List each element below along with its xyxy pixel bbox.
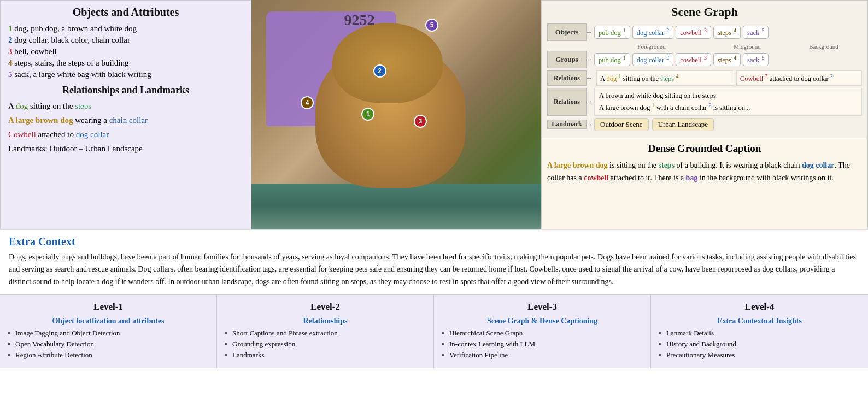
level-1-subtitle: Object locatlization and attributes xyxy=(8,317,209,326)
sg-groups-label: Groups xyxy=(547,51,587,68)
sg-dog-ref: dog xyxy=(606,75,617,82)
sg-landmark-label: Landmark xyxy=(547,120,587,129)
sg-relations2-label: Relations xyxy=(547,88,587,116)
level-4-item-2: History and Background xyxy=(659,340,860,349)
rel-landmark: Landmarks: Outdoor – Urban Landscape xyxy=(8,143,243,155)
sg-tag-cowbell: cowbell 3 xyxy=(676,26,711,39)
sg-group-pubdog: pub dog 1 xyxy=(594,53,630,66)
sg-relations2-row: Relations A brown and white dog sitting … xyxy=(547,88,862,116)
level-4-subtitle: Extra Contextual Insights xyxy=(659,317,860,326)
image-text: 9252 xyxy=(344,11,375,29)
relationships-title: Relationships and Landmarks xyxy=(8,85,243,96)
objects-list: 1 dog, pub dog, a brown and white dog 2 … xyxy=(8,24,243,79)
rel-collar-2: chain collar xyxy=(109,116,148,125)
sg-group-sack: sack 5 xyxy=(743,53,769,66)
sg-objects-row: Objects pub dog 1 dog collar 2 cowbell 3… xyxy=(547,23,862,41)
level-1-item-1: Image Tagging and Object Detection xyxy=(8,329,209,338)
object-item-3: 3 bell, cowbell xyxy=(8,47,243,56)
sg-cowbell-ref: Cowbell xyxy=(740,75,763,82)
sg-relation1-text2: Cowbell 3 attached to dog collar 2 xyxy=(736,70,862,86)
sg-group-dogcollar: dog collar 2 xyxy=(632,53,673,66)
extra-context-section: Extra Context Dogs, especially pugs and … xyxy=(0,229,868,294)
sg-groups-section: Foreground Midground Background Groups p… xyxy=(547,43,862,68)
level-1-title: Level-1 xyxy=(8,302,209,312)
level-2-item-3: Landmarks xyxy=(225,351,426,359)
level-2-items: Short Captions and Phrase extraction Gro… xyxy=(225,329,426,359)
sg-relations1-content: A dog 1 sitting on the steps 4 Cowbell 3… xyxy=(596,70,862,86)
level-3-item-1: Hierarchical Scene Graph xyxy=(442,329,643,338)
dense-caption-section: Dense Grounded Caption A large brown dog… xyxy=(542,138,867,229)
object-num-5: 5 xyxy=(8,70,13,79)
level-4-item-1: Lanmark Details xyxy=(659,329,860,338)
object-text-3: bell, cowbell xyxy=(14,47,56,56)
sg-landmark-outdoor: Outdoor Scene xyxy=(594,118,649,131)
scene-graph-section: Scene Graph Objects pub dog 1 dog collar… xyxy=(542,1,867,138)
badge-5: 5 xyxy=(425,19,438,32)
sg-group-cowbell: cowbell 3 xyxy=(676,53,711,66)
rel-item-2: A large brown dog wearing a chain collar xyxy=(8,115,243,126)
sg-header-midground: Midground xyxy=(709,43,785,50)
rel-collar-3: dog collar xyxy=(76,130,109,139)
level-4-item-3: Precautionary Measures xyxy=(659,351,860,359)
level-3-items: Hierarchical Scene Graph In-contex Learn… xyxy=(442,329,643,359)
object-item-5: 5 sack, a large white bag with black wri… xyxy=(8,70,243,79)
object-num-2: 2 xyxy=(8,36,13,44)
level-2-item-1: Short Captions and Phrase extraction xyxy=(225,329,426,338)
sg-objects-content: pub dog 1 dog collar 2 cowbell 3 steps 4… xyxy=(594,23,862,41)
relationships-list: A dog sitting on the steps A large brown… xyxy=(8,101,243,155)
extra-context-title: Extra Context xyxy=(9,235,859,248)
sg-landmark-urban: Urban Landscape xyxy=(652,118,714,131)
rel-item-3: Cowbell attached to dog collar xyxy=(8,129,243,140)
sg-groups-headers: Foreground Midground Background xyxy=(594,43,862,50)
sg-header-background: Background xyxy=(785,43,862,50)
dc-cowbell: cowbell xyxy=(584,174,608,182)
sg-tag-pubdog: pub dog 1 xyxy=(594,26,630,39)
sg-group-steps: steps 4 xyxy=(713,53,741,66)
level-3-col: Level-3 Scene Graph & Dense Captioning H… xyxy=(434,295,651,368)
object-num-4: 4 xyxy=(8,58,13,67)
sg-steps-ref: steps xyxy=(660,75,674,82)
badge-3: 3 xyxy=(414,115,427,128)
dog-head xyxy=(332,23,442,103)
level-3-item-3: Verification Pipeline xyxy=(442,351,643,359)
dense-caption-title: Dense Grounded Caption xyxy=(547,143,862,155)
level-4-items: Lanmark Details History and Background P… xyxy=(659,329,860,359)
object-num-1: 1 xyxy=(8,24,13,33)
sg-relation1-text1: A dog 1 sitting on the steps 4 xyxy=(596,70,734,86)
rel-dog-1: dog xyxy=(16,102,28,110)
steps-shape xyxy=(251,184,541,229)
scene-graph-title: Scene Graph xyxy=(547,5,862,19)
sg-relations2-text: A brown and white dog sitting on the ste… xyxy=(594,88,862,116)
sg-objects-label: Objects xyxy=(547,23,587,41)
dc-dog: A large brown dog xyxy=(547,161,608,169)
rel-steps-1: steps xyxy=(75,102,91,110)
level-1-item-3: Region Attribute Detection xyxy=(8,351,209,359)
sg-tag-sack: sack 5 xyxy=(743,26,769,39)
dc-collar: dog collar xyxy=(802,161,835,169)
sg-tag-steps: steps 4 xyxy=(713,26,741,39)
sg-header-foreground: Foreground xyxy=(594,43,709,50)
level-1-items: Image Tagging and Object Detection Open … xyxy=(8,329,209,359)
level-2-title: Level-2 xyxy=(225,302,426,312)
sg-landmark-row: Landmark Outdoor Scene Urban Landscape xyxy=(547,118,862,131)
image-panel: 9252 1 2 3 4 5 xyxy=(251,0,541,229)
level-3-title: Level-3 xyxy=(442,302,643,312)
extra-context-text: Dogs, especially pugs and bulldogs, have… xyxy=(9,251,859,288)
level-1-item-2: Open Vocabulary Detection xyxy=(8,340,209,349)
object-item-1: 1 dog, pub dog, a brown and white dog xyxy=(8,24,243,33)
level-2-item-2: Grounding expression xyxy=(225,340,426,349)
level-2-col: Level-2 Relationships Short Captions and… xyxy=(217,295,434,368)
level-3-item-2: In-contex Learning with LLM xyxy=(442,340,643,349)
left-panel: Objects and Attributes 1 dog, pub dog, a… xyxy=(0,0,251,229)
sg-groups-row: Groups pub dog 1 dog collar 2 cowbell 3 … xyxy=(547,51,862,68)
sg-relations1-label: Relations xyxy=(547,70,587,86)
rel-dog-2: A large brown dog xyxy=(8,116,73,125)
object-text-2: dog collar, black color, chain collar xyxy=(14,36,130,44)
level-2-subtitle: Relationships xyxy=(225,317,426,326)
object-text-5: sack, a large white bag with black writi… xyxy=(14,70,151,79)
sg-landmark-content: Outdoor Scene Urban Landscape xyxy=(594,118,862,131)
badge-2: 2 xyxy=(373,64,386,78)
object-num-3: 3 xyxy=(8,47,13,56)
level-4-title: Level-4 xyxy=(659,302,860,312)
image-placeholder: 9252 1 2 3 4 5 xyxy=(251,0,541,229)
